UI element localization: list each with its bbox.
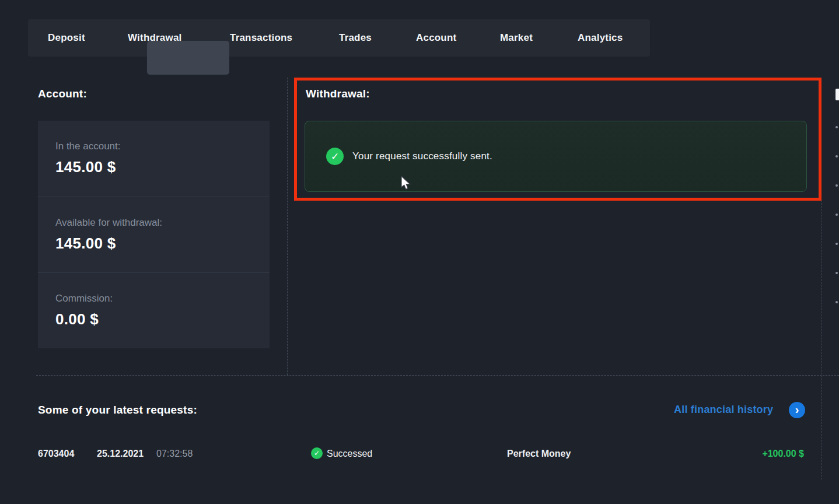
balance-value: 145.00 $ bbox=[55, 158, 270, 176]
available-value: 145.00 $ bbox=[55, 235, 270, 253]
available-withdrawal-card: Available for withdrawal: 145.00 $ bbox=[38, 197, 270, 272]
main-tab-bar: Deposit Withdrawal Transactions Trades A… bbox=[28, 19, 650, 57]
cutoff-heading-fragment bbox=[835, 89, 839, 100]
chevron-right-circle-icon[interactable]: › bbox=[789, 402, 805, 418]
success-message: Your request successfully sent. bbox=[352, 150, 492, 162]
request-date: 25.12.2021 bbox=[97, 449, 144, 459]
tab-withdrawal[interactable]: Withdrawal bbox=[128, 19, 182, 57]
withdrawal-heading: Withdrawal: bbox=[306, 88, 370, 100]
bullet-dot bbox=[835, 243, 838, 245]
bullet-dot bbox=[835, 126, 838, 128]
latest-requests-heading: Some of your latest requests: bbox=[38, 404, 197, 416]
column-divider-right bbox=[821, 78, 821, 480]
check-circle-icon: ✓ bbox=[311, 447, 323, 459]
request-status: Successed bbox=[327, 449, 372, 459]
tab-transactions[interactable]: Transactions bbox=[230, 19, 292, 57]
all-financial-history-link[interactable]: All financial history bbox=[674, 404, 773, 416]
account-balance-card: In the account: 145.00 $ bbox=[38, 121, 270, 197]
check-circle-icon: ✓ bbox=[326, 148, 344, 165]
tab-account[interactable]: Account bbox=[416, 19, 456, 57]
account-heading: Account: bbox=[38, 88, 87, 100]
request-method: Perfect Money bbox=[507, 449, 571, 459]
bullet-dot bbox=[835, 184, 838, 187]
request-row[interactable]: 6703404 25.12.2021 07:32:58 ✓ Successed … bbox=[0, 446, 839, 463]
tab-analytics[interactable]: Analytics bbox=[578, 19, 623, 57]
bullet-dot bbox=[835, 272, 838, 274]
bullet-dot bbox=[835, 155, 838, 158]
account-summary-panel: In the account: 145.00 $ Available for w… bbox=[38, 121, 270, 348]
section-divider bbox=[36, 375, 839, 376]
column-divider-left bbox=[287, 78, 288, 375]
commission-label: Commission: bbox=[55, 293, 270, 304]
commission-value: 0.00 $ bbox=[55, 310, 270, 328]
balance-label: In the account: bbox=[55, 141, 270, 152]
bullet-dot bbox=[835, 301, 838, 303]
request-amount: +100.00 $ bbox=[734, 449, 804, 459]
tab-market[interactable]: Market bbox=[500, 19, 533, 57]
tab-deposit[interactable]: Deposit bbox=[48, 19, 85, 57]
available-label: Available for withdrawal: bbox=[55, 217, 270, 229]
commission-card: Commission: 0.00 $ bbox=[38, 272, 270, 348]
withdrawal-success-alert: ✓ Your request successfully sent. bbox=[305, 121, 807, 192]
request-time: 07:32:58 bbox=[156, 449, 193, 459]
bullet-dot bbox=[835, 214, 838, 216]
request-id: 6703404 bbox=[38, 449, 74, 459]
tab-trades[interactable]: Trades bbox=[339, 19, 372, 57]
